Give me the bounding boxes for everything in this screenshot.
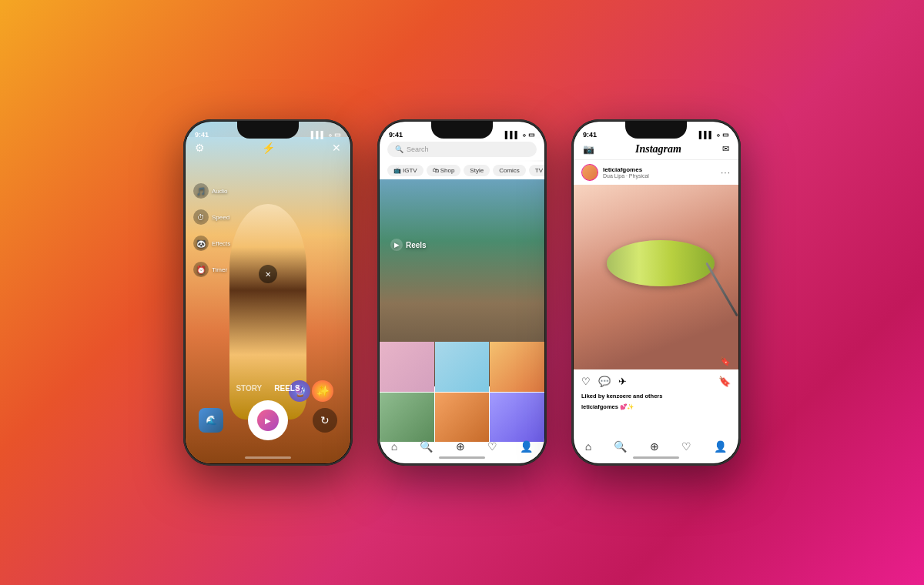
style-label: Style	[470, 167, 484, 174]
pill-igtv[interactable]: 📺 IGTV	[387, 165, 424, 176]
battery-icon: ▭	[334, 131, 341, 139]
mode-tabs: STORY REELS	[236, 384, 300, 393]
action-icons-left: ♡ 💬 ✈	[581, 376, 627, 387]
status-icons-1: ▌▌▌ ⬦ ▭	[311, 131, 341, 139]
post-user-info: leticiafgomes Dua Lipa · Physical	[581, 164, 649, 181]
home-indicator-3	[633, 456, 679, 459]
speed-icon: ⏱	[193, 209, 209, 225]
nav-profile-2[interactable]: 👤	[520, 440, 533, 453]
nav-search-3[interactable]: 🔍	[614, 440, 627, 453]
camera-header-icon[interactable]: 📷	[583, 144, 594, 155]
post-username[interactable]: leticiafgomes	[603, 166, 649, 173]
bookmark-button[interactable]: 🔖	[718, 376, 731, 387]
user-text: leticiafgomes Dua Lipa · Physical	[603, 166, 649, 179]
nav-search-2[interactable]: 🔍	[420, 440, 433, 453]
status-icons-2: ▌▌▌ ⬦ ▭	[505, 131, 535, 139]
eye-closeup-content	[574, 185, 738, 369]
send-icon[interactable]: ✉	[722, 144, 729, 154]
grid-item-1[interactable]	[380, 342, 434, 392]
tv-label: TV & Movie	[535, 167, 544, 174]
notch-2	[431, 122, 493, 139]
comment-button[interactable]: 💬	[598, 376, 611, 387]
eyeliner-brush	[705, 262, 738, 317]
timer-control[interactable]: ⏰ Timer	[193, 262, 230, 277]
battery-icon-3: ▭	[722, 131, 729, 139]
reels-section-label: ▶ Reels	[390, 239, 427, 251]
post-song: Dua Lipa · Physical	[603, 173, 649, 179]
time-3: 9:41	[583, 131, 597, 139]
close-icon[interactable]: ✕	[332, 142, 341, 154]
effects-control[interactable]: 🐼 Effects	[193, 236, 230, 251]
eye-glitter-detail	[607, 240, 715, 286]
nav-add-2[interactable]: ⊕	[456, 440, 465, 453]
igtv-icon: 📺	[393, 167, 401, 174]
explore-grid	[380, 342, 544, 442]
signal-icon-2: ▌▌▌	[505, 131, 520, 139]
shutter-inner-icon: ▶	[257, 410, 279, 431]
effects-icon: 🐼	[193, 236, 209, 251]
nav-home-2[interactable]: ⌂	[391, 440, 397, 453]
caption-emoji: 💕✨	[620, 403, 634, 410]
grid-item-4[interactable]	[380, 393, 434, 443]
pill-style[interactable]: Style	[464, 165, 490, 176]
gallery-thumbnail[interactable]: 🌊	[199, 408, 223, 433]
pill-comics[interactable]: Comics	[493, 165, 526, 176]
audio-icon: 🎵	[193, 183, 209, 199]
igtv-label: IGTV	[403, 167, 417, 174]
grid-item-2[interactable]	[435, 342, 490, 392]
reels-mode-tab[interactable]: REELS	[274, 384, 300, 393]
shutter-button[interactable]: ▶	[248, 400, 288, 440]
notch-1	[237, 122, 299, 139]
search-icon: 🔍	[395, 145, 403, 153]
audio-label: Audio	[212, 188, 227, 195]
pill-tv[interactable]: TV & Movie	[529, 165, 544, 176]
bottom-nav-3: ⌂ 🔍 ⊕ ♡ 👤	[574, 436, 738, 457]
nav-add-3[interactable]: ⊕	[650, 440, 659, 453]
shop-icon: 🛍	[433, 167, 439, 174]
effects-label: Effects	[212, 240, 230, 247]
settings-icon[interactable]: ⚙	[195, 142, 205, 154]
header-action-icons: ✉	[722, 144, 729, 154]
timer-icon: ⏰	[193, 262, 209, 277]
cancel-button[interactable]: ✕	[259, 265, 277, 283]
status-icons-3: ▌▌▌ ⬦ ▭	[699, 131, 729, 139]
pill-shop[interactable]: 🛍 Shop	[427, 165, 461, 176]
like-button[interactable]: ♡	[581, 376, 591, 387]
shutter-row: 🌊 ▶ ↻	[199, 400, 337, 440]
story-mode-tab[interactable]: STORY	[236, 384, 262, 393]
grid-item-6[interactable]	[490, 393, 544, 443]
post-save-button[interactable]: 🔖	[720, 356, 731, 366]
wifi-icon-2: ⬦	[522, 131, 526, 139]
camera-bottom: STORY REELS 🌊 ▶ ↻	[186, 384, 350, 440]
nav-home-3[interactable]: ⌂	[585, 440, 591, 453]
search-input[interactable]: 🔍 Search	[387, 142, 537, 157]
post-image: 🔖 ▶	[574, 185, 738, 369]
instagram-logo: Instagram	[635, 143, 681, 155]
grid-item-3[interactable]	[490, 342, 544, 392]
home-indicator-2	[439, 456, 485, 459]
share-button[interactable]: ✈	[618, 376, 627, 387]
flash-icon[interactable]: ⚡	[262, 142, 275, 154]
speed-label: Speed	[212, 214, 229, 221]
camera-controls-left: 🎵 Audio ⏱ Speed 🐼 Effects ⏰ Timer	[193, 183, 230, 277]
time-1: 9:41	[195, 131, 209, 139]
grid-item-5[interactable]	[435, 393, 490, 443]
flip-camera-button[interactable]: ↻	[313, 408, 337, 433]
speed-control[interactable]: ⏱ Speed	[193, 209, 230, 225]
post-likes: Liked by kenzoere and others	[581, 393, 731, 399]
instagram-header: 📷 Instagram ✉	[574, 139, 738, 160]
phone-3: 9:41 ▌▌▌ ⬦ ▭ 📷 Instagram ✉ leticiafgomes	[571, 119, 741, 466]
search-placeholder: Search	[407, 145, 429, 153]
avatar-image	[582, 165, 598, 180]
bottom-nav-2: ⌂ 🔍 ⊕ ♡ 👤	[380, 436, 544, 457]
nav-activity-3[interactable]: ♡	[681, 440, 691, 453]
more-options-button[interactable]: ···	[721, 167, 731, 178]
audio-control[interactable]: 🎵 Audio	[193, 183, 230, 199]
signal-icon-3: ▌▌▌	[699, 131, 714, 139]
caption-username[interactable]: leticiafgomes	[581, 403, 618, 410]
nav-activity-2[interactable]: ♡	[487, 440, 497, 453]
post-header: leticiafgomes Dua Lipa · Physical ···	[574, 160, 738, 185]
avatar[interactable]	[581, 164, 598, 181]
nav-profile-3[interactable]: 👤	[714, 440, 727, 453]
wifi-icon: ⬦	[328, 131, 332, 139]
